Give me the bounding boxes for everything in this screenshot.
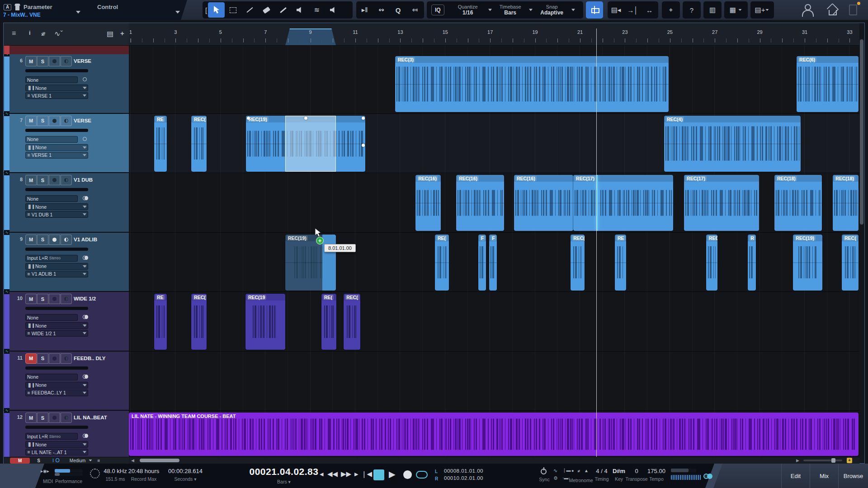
- clip-REC(16)[interactable]: REC(16): [415, 175, 441, 231]
- prev-marker-button[interactable]: ◀: [320, 471, 323, 477]
- clip-REC([interactable]: REC(: [344, 294, 360, 350]
- zoom-preset-icon[interactable]: +: [847, 458, 852, 463]
- clip-REC(19)[interactable]: REC(19): [285, 235, 336, 291]
- clip-RE([interactable]: RE(: [435, 235, 449, 291]
- rewind-button[interactable]: ◀◀: [327, 470, 338, 478]
- solo-button[interactable]: S: [37, 56, 48, 66]
- record-arm-button[interactable]: [49, 235, 60, 245]
- track-name[interactable]: V1 DUB: [74, 177, 93, 183]
- solo-button[interactable]: S: [37, 353, 48, 364]
- event-handle[interactable]: [304, 117, 307, 120]
- stop-button[interactable]: [373, 469, 384, 480]
- zoom-slider-thumb[interactable]: [831, 458, 835, 463]
- power-icon[interactable]: ⏽︎O: [51, 457, 60, 464]
- clip-REC(19[interactable]: REC(19: [245, 294, 285, 350]
- metronome-icon[interactable]: ▲: [584, 468, 589, 473]
- record-arm-button[interactable]: [49, 175, 60, 185]
- document-icon[interactable]: [849, 5, 857, 15]
- track-size-dropdown-icon[interactable]: [89, 460, 92, 461]
- snap-toggle-button[interactable]: [586, 1, 603, 19]
- timing-cell[interactable]: 4 / 4 Timing: [592, 468, 611, 482]
- layer-select[interactable]: ≣FEEDBAC..LY 1: [25, 389, 88, 396]
- track-row-10[interactable]: 10MSWIDE 1/2None▐▌▐None≣WIDE 1/2 1: [4, 292, 129, 352]
- input-select[interactable]: None: [25, 374, 78, 380]
- channel-mode-icon[interactable]: [83, 315, 88, 319]
- channel-mode-icon[interactable]: [83, 256, 88, 260]
- clip-F[interactable]: F: [478, 235, 486, 291]
- event-handle[interactable]: [247, 117, 250, 120]
- arrow-tool-button[interactable]: [208, 2, 225, 18]
- sync-cell[interactable]: Sync: [535, 475, 553, 483]
- parameter-value[interactable]: 7 - MixW.. VNE: [3, 12, 41, 18]
- h-scroll-thumb[interactable]: [140, 459, 179, 462]
- track-row-11[interactable]: 11MSFEEDB.. DLYNone▐▌▐None≣FEEDBAC..LY 1: [4, 352, 129, 411]
- add-track-plus-icon[interactable]: +: [120, 29, 124, 37]
- transpose-value[interactable]: 0: [625, 468, 648, 474]
- mute-button[interactable]: M: [25, 56, 37, 66]
- layer-select[interactable]: ≣LIL NATE -..AT 1: [25, 449, 88, 455]
- secondary-time-cell[interactable]: 00:00:28.614 Seconds ▾: [159, 468, 212, 482]
- user-account-icon[interactable]: [801, 4, 813, 16]
- return-to-start-button[interactable]: ❘◀: [361, 470, 372, 478]
- quantize-value[interactable]: 1/16: [448, 9, 488, 16]
- track-name[interactable]: V1 ADLIB: [74, 237, 97, 242]
- help-button[interactable]: ?: [683, 1, 701, 19]
- autoscroll-button[interactable]: →│: [624, 2, 641, 18]
- mute-tool-button[interactable]: \: [292, 2, 308, 18]
- split-tool-button[interactable]: [241, 2, 258, 18]
- clip-REC([interactable]: REC(: [571, 235, 585, 291]
- solo-button[interactable]: S: [37, 294, 48, 304]
- transpose-cell[interactable]: 0 Transpose: [625, 468, 648, 482]
- bend-tool-button[interactable]: ≋: [308, 2, 325, 18]
- monitor-button[interactable]: [61, 235, 72, 245]
- track-name[interactable]: WIDE 1/2: [74, 296, 96, 301]
- global-mute-button[interactable]: M: [10, 458, 30, 464]
- record-arm-button[interactable]: [49, 413, 60, 423]
- range-tool-button[interactable]: [225, 2, 241, 18]
- loop-end-value[interactable]: 00010.02.01.00: [444, 475, 483, 481]
- event-handle[interactable]: [362, 117, 365, 120]
- layer-select[interactable]: ≣VERSE 1: [25, 152, 88, 159]
- tempo-track-icon[interactable]: ∿: [553, 468, 557, 474]
- automation-curve-icon[interactable]: ∿ˇ: [54, 29, 63, 38]
- timing-value[interactable]: 4 / 4: [592, 468, 611, 474]
- layer-select[interactable]: ≣V1 DUB 1: [25, 211, 88, 218]
- clip-REC(3)[interactable]: REC(3): [395, 56, 669, 112]
- track-fader[interactable]: [25, 307, 88, 310]
- sync-power-icon[interactable]: [541, 469, 547, 474]
- scrub-button[interactable]: ↭: [373, 2, 390, 18]
- input-select[interactable]: None: [25, 314, 78, 321]
- clip-R[interactable]: R: [748, 235, 756, 291]
- loop-start-value[interactable]: 00008.01.01.00: [444, 468, 483, 474]
- snap-setting[interactable]: Snap Adaptive: [533, 4, 571, 16]
- gear-icon[interactable]: ⚙: [553, 475, 558, 481]
- input-select[interactable]: Input L+RStereo: [25, 433, 78, 440]
- clip-LIL NATE - WINNING TEAM COURSE - BEAT[interactable]: LIL NATE - WINNING TEAM COURSE - BEAT: [129, 413, 859, 456]
- marker-icon[interactable]: ❘▬: [562, 468, 571, 473]
- solo-button[interactable]: S: [37, 235, 48, 245]
- track-list-toggle-button[interactable]: ▤◂: [608, 2, 624, 18]
- global-solo-button[interactable]: S: [30, 458, 47, 464]
- channel-mode-icon[interactable]: [83, 77, 88, 81]
- quantize-setting[interactable]: Quantize 1/16: [448, 4, 488, 16]
- scroll-left-icon[interactable]: ◀: [131, 458, 134, 463]
- timebase-setting[interactable]: Timebase Bars: [492, 4, 528, 16]
- track-fader[interactable]: [25, 129, 88, 132]
- record-button[interactable]: [403, 470, 412, 479]
- parameter-dropdown-icon[interactable]: [76, 11, 80, 14]
- mute-button[interactable]: M: [25, 235, 37, 245]
- clip-REC(6)[interactable]: REC(6): [797, 56, 859, 112]
- clip-REC[interactable]: REC: [706, 235, 717, 291]
- bend-marker-button[interactable]: ⤆: [406, 2, 423, 18]
- loop-button[interactable]: [416, 471, 428, 479]
- browse-page-button[interactable]: Browse: [838, 464, 868, 488]
- track-fader[interactable]: [25, 248, 88, 251]
- precount-icon[interactable]: ●: [571, 469, 574, 473]
- track-row-partial-red[interactable]: [4, 46, 129, 54]
- timebase-dropdown-icon[interactable]: [529, 9, 533, 11]
- channel-mode-icon[interactable]: [83, 434, 88, 438]
- scroll-right-icon[interactable]: ▶: [796, 458, 799, 463]
- instrument-select[interactable]: ▐▌▐None: [25, 322, 88, 329]
- paint-tool-button[interactable]: [275, 2, 292, 18]
- track-row-8[interactable]: 8MSV1 DUBNone▐▌▐None≣V1 DUB 1: [4, 173, 129, 233]
